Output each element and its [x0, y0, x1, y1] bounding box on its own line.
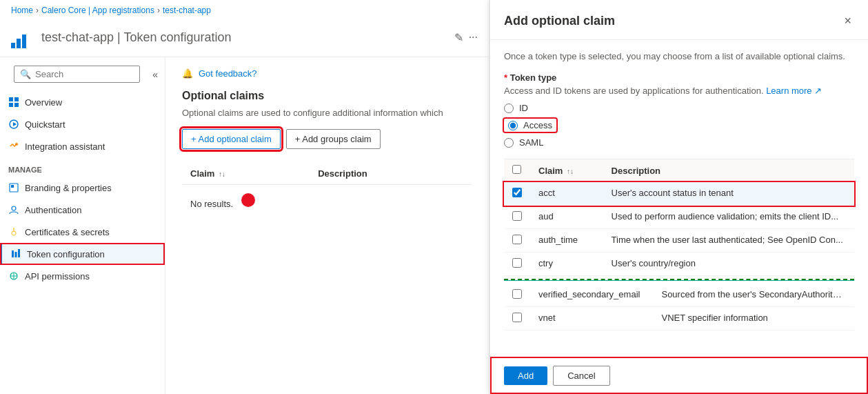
svg-point-6 [15, 143, 18, 146]
vnet-name: vnet [530, 307, 653, 331]
verified-email-checkbox[interactable] [512, 289, 522, 299]
dialog-col-claim: Claim ↑↓ [530, 159, 603, 182]
ctry-checkbox-cell[interactable] [504, 253, 530, 276]
dialog-table-row-verified-email: verified_secondary_email Sourced from th… [504, 284, 854, 307]
sidebar-item-integration-label: Integration assistant [25, 141, 105, 152]
sidebar-item-token-config-label: Token configuration [27, 249, 105, 259]
section-title: Optional claims [182, 90, 472, 102]
header-actions: ✎ ··· [454, 31, 478, 44]
sidebar-item-api-permissions[interactable]: API permissions [0, 265, 165, 287]
icon-bar3 [22, 35, 26, 48]
learn-more-link[interactable]: Learn more ↗ [766, 86, 822, 96]
svg-rect-11 [12, 250, 14, 257]
dialog-add-button[interactable]: Add [504, 366, 547, 385]
ctry-name: ctry [530, 253, 603, 276]
sidebar-item-api-label: API permissions [25, 271, 90, 282]
ctry-description: User's country/region [603, 253, 854, 276]
radio-saml[interactable]: SAML [504, 137, 854, 148]
sidebar-item-integration[interactable]: Integration assistant [0, 135, 165, 157]
radio-access-input[interactable] [508, 121, 518, 130]
overview-icon [8, 97, 19, 108]
vnet-description: VNET specifier information [653, 307, 854, 331]
left-panel: Home › Calero Core | App registrations ›… [0, 0, 489, 394]
feedback-icon: 🔔 [182, 68, 193, 79]
token-config-icon [10, 248, 21, 259]
dialog-header: Add optional claim × [490, 0, 868, 40]
add-optional-claim-button[interactable]: + Add optional claim [182, 129, 281, 149]
claims-table: Claim ↑↓ Description No results. [182, 163, 472, 217]
auth-time-checkbox[interactable] [512, 235, 522, 244]
dialog-table-row-acct: acct User's account status in tenant [504, 182, 854, 206]
claims-dialog-bottom-table: verified_secondary_email Sourced from th… [504, 284, 854, 331]
red-dot-indicator [241, 193, 255, 207]
sidebar-item-authentication[interactable]: Authentication [0, 199, 165, 221]
search-input[interactable] [35, 69, 134, 79]
sidebar-item-authentication-label: Authentication [25, 205, 81, 215]
acct-checkbox[interactable] [512, 188, 522, 197]
collapse-icon[interactable]: « [151, 68, 159, 81]
acct-description: User's account status in tenant [603, 182, 854, 206]
token-type-label: * Token type [504, 72, 854, 83]
sidebar-item-certificates[interactable]: Certificates & secrets [0, 221, 165, 243]
sidebar-item-quickstart[interactable]: Quickstart [0, 113, 165, 135]
claims-dialog-table: Claim ↑↓ Description acct User's account… [504, 159, 854, 276]
radio-id-input[interactable] [504, 104, 514, 113]
dialog-cancel-button[interactable]: Cancel [553, 366, 609, 386]
breadcrumb-app-name[interactable]: test-chat-app [163, 6, 211, 15]
aud-checkbox-cell[interactable] [504, 206, 530, 229]
edit-icon[interactable]: ✎ [454, 31, 463, 44]
integration-icon [8, 141, 19, 152]
radio-saml-input[interactable] [504, 138, 514, 148]
acct-checkbox-cell[interactable] [504, 182, 530, 206]
verified-email-description: Sourced from the user's SecondaryAuthori… [653, 284, 854, 307]
sidebar-item-quickstart-label: Quickstart [25, 119, 65, 130]
radio-access[interactable]: Access [504, 119, 854, 132]
svg-rect-12 [15, 252, 17, 257]
select-all-checkbox[interactable] [512, 165, 521, 174]
radio-access-label: Access [523, 120, 552, 130]
vnet-checkbox-cell[interactable] [504, 307, 530, 331]
radio-id[interactable]: ID [504, 103, 854, 113]
breadcrumb-home[interactable]: Home [11, 6, 33, 15]
aud-name: aud [530, 206, 603, 229]
svg-rect-0 [9, 97, 13, 101]
icon-bar2 [17, 39, 21, 48]
add-groups-claim-button[interactable]: + Add groups claim [286, 129, 381, 149]
ctry-checkbox[interactable] [512, 258, 522, 268]
verified-email-name: verified_secondary_email [530, 284, 653, 307]
svg-rect-1 [14, 97, 19, 101]
content-layout: 🔍 « Overview Quickstart [0, 57, 489, 394]
auth-time-name: auth_time [530, 229, 603, 253]
sidebar-item-overview[interactable]: Overview [0, 91, 165, 113]
app-icon [11, 26, 33, 48]
action-buttons: + Add optional claim + Add groups claim [182, 129, 472, 149]
dialog-footer: Add Cancel [490, 357, 868, 394]
radio-id-label: ID [519, 103, 528, 113]
dialog-table-row-auth-time: auth_time Time when the user last authen… [504, 229, 854, 253]
sidebar-item-token-config[interactable]: Token configuration [0, 243, 165, 265]
auth-time-description: Time when the user last authenticated; S… [603, 229, 854, 253]
app-header: test-chat-app | Token configuration ✎ ··… [0, 21, 489, 57]
dialog-table-row-vnet: vnet VNET specifier information [504, 307, 854, 331]
dialog-table-row-aud: aud Used to perform audience validation;… [504, 206, 854, 229]
sidebar-item-branding[interactable]: Branding & properties [0, 177, 165, 199]
main-content: 🔔 Got feedback? Optional claims Optional… [165, 57, 489, 394]
svg-rect-2 [9, 103, 13, 107]
breadcrumb: Home › Calero Core | App registrations ›… [0, 0, 489, 21]
feedback-bar: 🔔 Got feedback? [182, 68, 472, 79]
verified-email-checkbox-cell[interactable] [504, 284, 530, 307]
feedback-label[interactable]: Got feedback? [199, 68, 257, 79]
sidebar-item-certificates-label: Certificates & secrets [25, 227, 110, 237]
breadcrumb-app-reg[interactable]: Calero Core | App registrations [41, 6, 154, 15]
dialog-table-row-ctry: ctry User's country/region [504, 253, 854, 276]
quickstart-icon [8, 119, 19, 130]
auth-time-checkbox-cell[interactable] [504, 229, 530, 253]
col-claim: Claim ↑↓ [182, 163, 310, 185]
authentication-icon [8, 204, 19, 215]
dialog-close-button[interactable]: × [841, 11, 854, 31]
dialog-title: Add optional claim [504, 14, 615, 28]
more-icon[interactable]: ··· [469, 31, 478, 43]
aud-checkbox[interactable] [512, 211, 522, 221]
vnet-checkbox[interactable] [512, 313, 522, 322]
search-box[interactable]: 🔍 [14, 66, 140, 83]
